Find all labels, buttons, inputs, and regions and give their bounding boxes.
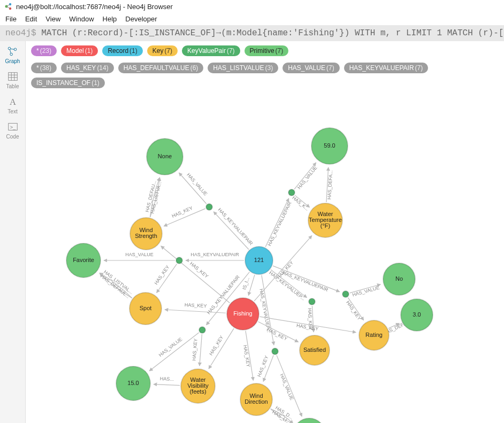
node-record[interactable]: 121 — [245, 247, 273, 274]
edge-has_value[interactable]: HAS_VALUE — [149, 333, 199, 371]
sidebar-item-table[interactable]: Table — [6, 71, 19, 89]
pill-count: (7) — [227, 47, 235, 55]
svg-line-9 — [10, 49, 11, 53]
edge-has_key[interactable]: HAS_KEY — [345, 298, 364, 321]
pill-label: HAS_VALUE — [288, 64, 325, 72]
edge-label: HAS_K... — [291, 195, 310, 212]
node-primitive[interactable]: 3.0 — [401, 299, 433, 331]
node-key[interactable]: WaterTemperature(°F) — [308, 203, 342, 237]
edge-has_value[interactable]: HAS_VALUE — [350, 284, 381, 298]
menu-view[interactable]: View — [45, 15, 60, 23]
node-primitive[interactable]: Favorite — [66, 243, 101, 278]
query-prompt: neo4j$ — [5, 28, 36, 38]
svg-point-36 — [311, 128, 348, 164]
edge-label: HAS_KEYVALUEPAIR — [190, 252, 239, 257]
pill-label: HAS_KEYVALUEPAIR — [349, 64, 414, 72]
node-pill[interactable]: Model(1) — [61, 45, 98, 56]
edge-label: HAS_KEY — [171, 205, 194, 219]
edge-has_value[interactable]: HAS_VALUE — [104, 252, 175, 260]
graph-area[interactable]: IS_I...HAS_KEYVALUEPAIRHAS_KEYVALUEPAIRH… — [26, 84, 504, 423]
node-kvp[interactable] — [288, 189, 295, 196]
node-model[interactable]: Fishing — [227, 298, 259, 330]
pill-label: KeyValuePair — [187, 47, 226, 55]
edge-has_key[interactable]: HAS_KEY — [256, 355, 273, 382]
edge-has_key[interactable]: HAS_KEY — [242, 331, 253, 381]
svg-point-7 — [10, 53, 13, 56]
edge-has_key[interactable]: HAS_KEY — [154, 264, 177, 293]
edge-has_keyvaluepair[interactable]: HAS_KEYVALUEPAIR — [213, 207, 254, 249]
node-primitive[interactable]: No — [383, 263, 415, 295]
pill-label: * — [36, 47, 39, 55]
node-key[interactable]: Spot — [129, 293, 162, 325]
pill-count: (38) — [40, 64, 51, 72]
edge-is_i[interactable]: IS_I... — [241, 275, 255, 296]
edge-has_key[interactable]: HAS_KEY — [258, 321, 299, 342]
pill-count: (7) — [415, 64, 423, 72]
edge-has_k[interactable]: HAS_K... — [291, 195, 310, 212]
pill-count: (6) — [190, 64, 198, 72]
sidebar-item-text[interactable]: AText — [7, 96, 19, 114]
node-key[interactable]: Rating — [359, 320, 389, 350]
node-kvp[interactable] — [309, 298, 315, 305]
node-pill[interactable]: KeyValuePair(7) — [182, 45, 240, 56]
edge-has_keyvaluepair[interactable]: HAS_KEYVALUEPAIR — [186, 252, 244, 260]
node-key[interactable]: WaterVisibility(feets) — [181, 369, 215, 403]
sidebar-item-code[interactable]: >_Code — [6, 121, 19, 140]
node-key[interactable]: WindStrength — [130, 218, 162, 250]
pill-label: HAS_LISTVALUE — [213, 64, 264, 72]
edge-has_key[interactable]: HAS_KEY — [192, 334, 202, 366]
node-primitive[interactable]: None — [147, 139, 183, 175]
edge-has_keyvaluepair[interactable]: HAS_KEYVALUEPAIR — [265, 198, 293, 247]
menu-window[interactable]: Window — [69, 15, 94, 23]
node-primitive[interactable]: 59.0 — [311, 128, 348, 164]
menu-file[interactable]: File — [5, 15, 17, 23]
edge-has_value[interactable]: HAS_VALUE — [179, 172, 208, 204]
svg-point-24 — [199, 327, 205, 333]
edge-has_defa[interactable]: HAS_DEFA... — [326, 167, 333, 202]
edge-has[interactable]: HAS... — [154, 376, 180, 386]
rel-pill[interactable]: *(38) — [31, 63, 57, 73]
svg-point-38 — [401, 299, 433, 331]
pill-label: Key — [152, 47, 164, 55]
node-pill[interactable]: *(23) — [31, 45, 57, 56]
edge-label: HAS... — [160, 376, 174, 382]
node-key[interactable]: WindDirection — [240, 383, 272, 416]
svg-point-28 — [129, 293, 162, 325]
node-kvp[interactable] — [176, 257, 182, 264]
node-kvp[interactable] — [272, 348, 278, 355]
edge-has_value[interactable]: HAS_VALUE — [294, 163, 318, 190]
svg-point-25 — [272, 348, 278, 355]
node-pill[interactable]: Primitive(7) — [245, 45, 289, 56]
edge-has_key[interactable]: HAS_KEY — [164, 205, 205, 226]
node-key[interactable]: Satisfied — [300, 335, 330, 365]
pill-count: (7) — [276, 47, 284, 55]
query-bar[interactable]: neo4j$ MATCH (r:Record)-[:IS_INSTANCE_OF… — [0, 25, 504, 41]
svg-point-27 — [130, 218, 162, 250]
node-kvp[interactable] — [199, 327, 205, 333]
sidebar-item-graph[interactable]: Graph — [5, 45, 20, 64]
rel-pill[interactable]: HAS_KEY(14) — [61, 63, 114, 73]
edge-has_keyvaluep[interactable]: HAS_KEYVALUEP... — [258, 275, 274, 345]
edge-has_key[interactable]: HAS_KEY — [208, 328, 234, 369]
node-pill[interactable]: Key(7) — [147, 45, 178, 56]
rel-pill[interactable]: HAS_LISTVALUE(3) — [208, 63, 278, 73]
edge-label: HAS_KEY — [189, 261, 209, 279]
menu-help[interactable]: Help — [103, 15, 117, 23]
node-primitive[interactable]: W-SW — [293, 418, 325, 423]
node-kvp[interactable] — [342, 291, 349, 297]
query-text[interactable]: MATCH (r:Record)-[:IS_INSTANCE_OF]→(m:Mo… — [41, 28, 504, 38]
node-pill[interactable]: Record(1) — [102, 45, 142, 56]
node-kvp[interactable] — [206, 204, 212, 210]
rel-pill[interactable]: HAS_DEFAULTVALUE(6) — [118, 63, 204, 73]
svg-point-33 — [240, 383, 272, 416]
rel-pill[interactable]: HAS_KEYVALUEPAIR(7) — [344, 63, 429, 73]
node-pills-row: *(23)Model(1)Record(1)Key(7)KeyValuePair… — [26, 41, 504, 58]
edge-label: HAS_KEYVALUEPAIR — [217, 207, 254, 247]
sidebar-item-label: Table — [6, 83, 19, 89]
menu-edit[interactable]: Edit — [25, 15, 37, 23]
menu-developer[interactable]: Developer — [125, 15, 157, 23]
neo4j-app-icon — [4, 2, 13, 11]
rel-pill[interactable]: HAS_VALUE(7) — [282, 63, 339, 73]
edge-label: HAS_VALUE — [125, 252, 153, 257]
node-primitive[interactable]: 15.0 — [116, 366, 150, 401]
